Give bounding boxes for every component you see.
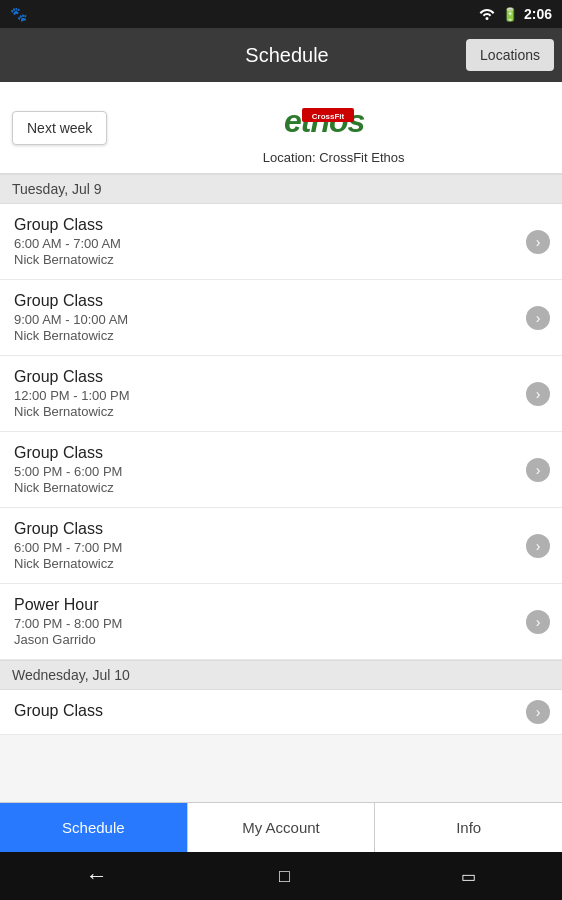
bottom-nav: Schedule My Account Info <box>0 802 562 852</box>
battery-icon: 🔋 <box>502 7 518 22</box>
class-item[interactable]: Group Class› <box>0 690 562 735</box>
status-bar: 🐾 🔋 2:06 <box>0 0 562 28</box>
recents-button[interactable]: ▭ <box>461 867 476 886</box>
class-item[interactable]: Group Class6:00 PM - 7:00 PMNick Bernato… <box>0 508 562 584</box>
class-time: 9:00 AM - 10:00 AM <box>14 312 518 327</box>
class-name: Group Class <box>14 702 518 720</box>
next-week-button[interactable]: Next week <box>12 111 107 145</box>
nav-info[interactable]: Info <box>375 803 562 852</box>
class-item[interactable]: Power Hour7:00 PM - 8:00 PMJason Garrido… <box>0 584 562 660</box>
status-bar-left: 🐾 <box>10 6 27 22</box>
home-button[interactable]: □ <box>279 866 290 887</box>
class-time: 6:00 AM - 7:00 AM <box>14 236 518 251</box>
class-instructor: Jason Garrido <box>14 632 518 647</box>
class-item[interactable]: Group Class6:00 AM - 7:00 AMNick Bernato… <box>0 204 562 280</box>
chevron-right-icon: › <box>526 458 550 482</box>
class-item[interactable]: Group Class9:00 AM - 10:00 AMNick Bernat… <box>0 280 562 356</box>
class-item[interactable]: Group Class12:00 PM - 1:00 PMNick Bernat… <box>0 356 562 432</box>
class-name: Group Class <box>14 368 518 386</box>
chevron-right-icon: › <box>526 306 550 330</box>
svg-text:CrossFit: CrossFit <box>311 112 344 121</box>
class-time: 6:00 PM - 7:00 PM <box>14 540 518 555</box>
class-name: Group Class <box>14 292 518 310</box>
gym-logo: ethos CrossFit <box>274 90 394 150</box>
class-instructor: Nick Bernatowicz <box>14 556 518 571</box>
class-instructor: Nick Bernatowicz <box>14 328 518 343</box>
class-instructor: Nick Bernatowicz <box>14 404 518 419</box>
location-label: Location: CrossFit Ethos <box>263 150 405 165</box>
wifi-icon <box>478 6 496 23</box>
chevron-right-icon: › <box>526 534 550 558</box>
class-instructor: Nick Bernatowicz <box>14 252 518 267</box>
class-instructor: Nick Bernatowicz <box>14 480 518 495</box>
schedule-content: Tuesday, Jul 9Group Class6:00 AM - 7:00 … <box>0 174 562 802</box>
chevron-right-icon: › <box>526 382 550 406</box>
class-name: Power Hour <box>14 596 518 614</box>
class-name: Group Class <box>14 216 518 234</box>
status-bar-right: 🔋 2:06 <box>478 6 552 23</box>
chevron-right-icon: › <box>526 610 550 634</box>
time-display: 2:06 <box>524 6 552 22</box>
class-name: Group Class <box>14 444 518 462</box>
system-nav-bar: ← □ ▭ <box>0 852 562 900</box>
locations-button[interactable]: Locations <box>466 39 554 71</box>
class-item[interactable]: Group Class5:00 PM - 6:00 PMNick Bernato… <box>0 432 562 508</box>
logo-location-area: ethos CrossFit Location: CrossFit Ethos <box>117 90 550 165</box>
nav-schedule[interactable]: Schedule <box>0 803 188 852</box>
logo-svg: ethos CrossFit <box>274 90 394 150</box>
app-icon: 🐾 <box>10 6 27 22</box>
day-header-0: Tuesday, Jul 9 <box>0 174 562 204</box>
class-name: Group Class <box>14 520 518 538</box>
header-area: Next week ethos CrossFit Location: Cross… <box>0 82 562 174</box>
back-button[interactable]: ← <box>86 863 108 889</box>
class-time: 5:00 PM - 6:00 PM <box>14 464 518 479</box>
app-bar: Schedule Locations <box>0 28 562 82</box>
nav-my-account[interactable]: My Account <box>188 803 376 852</box>
chevron-right-icon: › <box>526 230 550 254</box>
class-time: 7:00 PM - 8:00 PM <box>14 616 518 631</box>
chevron-right-icon: › <box>526 700 550 724</box>
day-header-1: Wednesday, Jul 10 <box>0 660 562 690</box>
class-time: 12:00 PM - 1:00 PM <box>14 388 518 403</box>
app-bar-title: Schedule <box>108 44 466 67</box>
